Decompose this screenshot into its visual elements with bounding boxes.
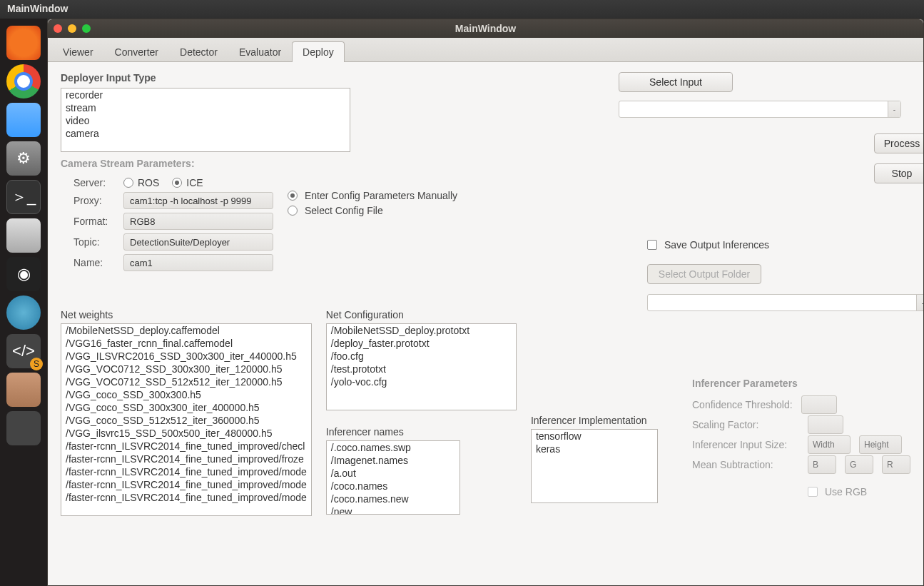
list-item[interactable]: /VGG_VOC0712_SSD_512x512_iter_120000.h5 [61,375,311,388]
launcher-sublime-icon[interactable]: </> [6,334,41,368]
list-item[interactable]: /faster-rcnn_ILSVRC2014_fine_tuned_impro… [61,478,311,491]
tab-viewer[interactable]: Viewer [52,41,104,62]
launcher-chrome-icon[interactable] [6,64,41,98]
mean-r-input[interactable] [882,455,910,474]
list-item[interactable]: recorder [61,89,350,101]
config-file-radio[interactable] [288,206,298,216]
chevron-down-icon[interactable]: - [888,101,900,117]
list-item[interactable]: /VGG_coco_SSD_512x512_iter_360000.h5 [61,414,311,427]
list-item[interactable]: /a.out [327,467,460,480]
main-window: MainWindow Viewer Converter Detector Eva… [47,19,924,586]
config-manual-radio[interactable] [288,191,298,201]
server-ice-radio[interactable] [172,178,182,188]
stop-button[interactable]: Stop [874,163,923,183]
deploy-panel: Deployer Input Type recorder stream vide… [48,62,923,585]
list-item[interactable]: /faster-rcnn_ILSVRC2014_fine_tuned_impro… [61,440,311,453]
inferencer-impl-list[interactable]: tensorflowkeras [531,429,658,503]
net-config-label: Net Configuration [326,309,517,320]
net-weights-label: Net weights [61,309,312,320]
use-rgb-checkbox[interactable] [808,487,818,497]
list-item[interactable]: /foo.cfg [327,350,516,363]
input-path-combo[interactable]: - [619,101,901,118]
launcher-app-icon[interactable] [6,411,41,445]
launcher-disk-icon[interactable] [6,218,41,253]
list-item[interactable]: /deploy_faster.prototxt [327,337,516,350]
list-item[interactable]: /VGG_ilsvrc15_SSD_500x500_iter_480000.h5 [61,427,311,440]
launcher-terminal-icon[interactable]: ＞_ [6,180,41,214]
list-item[interactable]: /faster-rcnn_ILSVRC2014_fine_tuned_impro… [61,491,311,504]
net-config-list[interactable]: /MobileNetSSD_deploy.prototxt/deploy_fas… [326,323,517,410]
server-ice-label: ICE [186,177,203,188]
list-item[interactable]: /Imagenet.names [327,454,460,467]
config-manual-label: Enter Config Parameters Manually [305,190,457,201]
use-rgb-label: Use RGB [825,486,867,497]
name-input[interactable] [123,254,273,271]
list-item[interactable]: camera [61,127,350,140]
list-item[interactable]: stream [61,101,350,114]
launcher-settings-icon[interactable]: ⚙ [6,141,41,176]
maximize-icon[interactable] [82,24,91,33]
width-input[interactable] [808,435,851,454]
list-item[interactable]: /yolo-voc.cfg [327,375,516,388]
list-item[interactable]: /VGG_ILSVRC2016_SSD_300x300_iter_440000.… [61,350,311,363]
unity-launcher: ⚙ ＞_ ◉ </> [0,19,47,586]
launcher-ubuntu-icon[interactable] [6,26,41,60]
deployer-input-type-list[interactable]: recorder stream video camera [61,88,350,152]
list-item[interactable]: /VGG16_faster_rcnn_final.caffemodel [61,337,311,350]
format-label: Format: [73,216,113,227]
tab-bar: Viewer Converter Detector Evaluator Depl… [48,38,923,62]
mean-b-input[interactable] [808,455,836,474]
proxy-input[interactable] [123,192,273,209]
minimize-icon[interactable] [68,24,76,33]
chevron-down-icon[interactable]: - [916,295,923,310]
server-ros-radio[interactable] [123,178,133,188]
window-title: MainWindow [455,23,516,34]
select-output-folder-button[interactable]: Select Output Folder [647,264,761,284]
save-output-checkbox[interactable] [647,240,657,250]
launcher-camera-icon[interactable]: ◉ [6,257,41,291]
list-item[interactable]: /MobileNetSSD_deploy.caffemodel [61,324,311,337]
tab-deploy[interactable]: Deploy [292,41,345,62]
mean-g-input[interactable] [845,455,873,474]
process-button[interactable]: Process [874,133,923,153]
list-item[interactable]: /MobileNetSSD_deploy.prototxt [327,324,516,337]
window-titlebar[interactable]: MainWindow [48,19,923,38]
launcher-files-icon[interactable] [6,103,41,137]
save-output-label: Save Output Inferences [664,239,769,251]
list-item[interactable]: /test.prototxt [327,363,516,375]
close-icon[interactable] [54,24,62,33]
config-file-label: Select Config File [305,205,383,216]
mean-subtraction-label: Mean Subtraction: [692,459,799,470]
output-path-combo[interactable]: - [647,294,923,311]
list-item[interactable]: /new [327,505,460,515]
list-item[interactable]: video [61,114,350,127]
launcher-editor-icon[interactable] [6,373,41,407]
tab-detector[interactable]: Detector [169,41,228,62]
tab-converter[interactable]: Converter [104,41,169,62]
confidence-threshold-label: Confidence Threshold: [692,399,793,410]
format-input[interactable] [123,213,273,230]
select-input-button[interactable]: Select Input [619,72,733,92]
net-weights-list[interactable]: /MobileNetSSD_deploy.caffemodel/VGG16_fa… [61,323,312,516]
scaling-factor-input[interactable] [808,415,843,434]
height-input[interactable] [859,435,902,454]
list-item[interactable]: /VGG_VOC0712_SSD_300x300_iter_120000.h5 [61,363,311,375]
list-item[interactable]: /.coco.names.swp [327,441,460,454]
list-item[interactable]: /faster-rcnn_ILSVRC2014_fine_tuned_impro… [61,465,311,478]
list-item[interactable]: /coco.names [327,480,460,492]
server-label: Server: [73,177,113,188]
list-item[interactable]: /faster-rcnn_ILSVRC2014_fine_tuned_impro… [61,453,311,465]
launcher-atom-icon[interactable] [6,295,41,330]
confidence-threshold-input[interactable] [801,395,837,414]
inferencer-impl-label: Inferencer Implementation [531,415,658,426]
list-item[interactable]: /coco.names.new [327,492,460,505]
list-item[interactable]: tensorflow [532,430,657,443]
topic-input[interactable] [123,233,273,251]
list-item[interactable]: /VGG_coco_SSD_300x300_iter_400000.h5 [61,401,311,414]
inferencer-names-list[interactable]: /.coco.names.swp/Imagenet.names/a.out/co… [326,440,460,515]
list-item[interactable]: /VGG_coco_SSD_300x300.h5 [61,388,311,401]
list-item[interactable]: keras [532,443,657,455]
inferencer-size-label: Inferencer Input Size: [692,439,799,450]
name-label: Name: [73,257,113,268]
tab-evaluator[interactable]: Evaluator [228,41,292,62]
